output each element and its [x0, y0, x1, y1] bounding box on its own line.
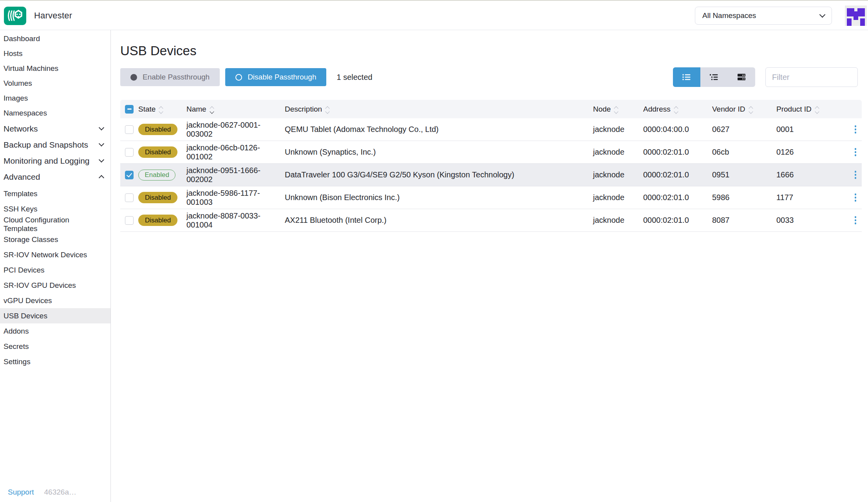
sidebar-item-settings[interactable]: Settings — [0, 354, 110, 369]
vendor-id-cell: 5986 — [712, 193, 776, 202]
table-row[interactable]: Disabled jacknode-5986-1177-001003 Unkno… — [120, 186, 862, 209]
sidebar-group-networks[interactable]: Networks — [0, 121, 110, 137]
sidebar-item-vgpu-devices[interactable]: vGPU Devices — [0, 293, 110, 308]
column-header-address[interactable]: Address — [643, 105, 712, 114]
sidebar-group-label: Networks — [4, 124, 38, 134]
sidebar-item-label: Secrets — [4, 342, 29, 351]
node-cell: jacknode — [593, 125, 643, 134]
row-checkbox[interactable] — [125, 216, 134, 225]
table-header: StateNameDescriptionNodeAddressVendor ID… — [120, 100, 862, 118]
sidebar-item-label: Settings — [4, 358, 31, 366]
row-actions-menu-icon[interactable] — [855, 216, 857, 224]
sidebar-item-sr-iov-network-devices[interactable]: SR-IOV Network Devices — [0, 247, 110, 262]
sidebar-item-label: Volumes — [4, 79, 32, 88]
sidebar-item-label: Templates — [4, 190, 38, 198]
sidebar-item-virtual-machines[interactable]: Virtual Machines — [0, 61, 110, 76]
sidebar-group-label: Advanced — [4, 172, 40, 182]
sidebar-item-secrets[interactable]: Secrets — [0, 339, 110, 354]
sidebar-group-advanced[interactable]: Advanced — [0, 169, 110, 185]
column-label: Product ID — [776, 105, 812, 114]
column-label: Name — [186, 105, 206, 114]
main-content: USB Devices Enable Passthrough Disable P… — [111, 30, 868, 502]
disable-passthrough-button[interactable]: Disable Passthrough — [225, 68, 326, 86]
sidebar-item-namespaces[interactable]: Namespaces — [0, 106, 110, 121]
sidebar-item-addons[interactable]: Addons — [0, 323, 110, 339]
product-id-cell: 0126 — [776, 148, 848, 157]
disable-passthrough-label: Disable Passthrough — [248, 73, 316, 81]
sidebar-item-label: SR-IOV Network Devices — [4, 251, 87, 259]
table-row[interactable]: Disabled jacknode-06cb-0126-001002 Unkno… — [120, 141, 862, 164]
state-cell: Disabled — [138, 215, 186, 226]
column-label: State — [138, 105, 156, 114]
namespace-selector[interactable]: All Namespaces — [695, 7, 832, 25]
row-checkbox[interactable] — [125, 148, 134, 157]
sidebar-nav: DashboardHostsVirtual MachinesVolumesIma… — [0, 30, 110, 369]
product-id-cell: 1177 — [776, 193, 848, 202]
sidebar-item-label: Images — [4, 94, 28, 103]
column-header-name[interactable]: Name — [186, 105, 285, 114]
description-cell: Unknown (Synaptics, Inc.) — [285, 148, 593, 157]
table-body: Disabled jacknode-0627-0001-003002 QEMU … — [120, 118, 862, 232]
sidebar-item-label: Virtual Machines — [4, 64, 58, 73]
table-row[interactable]: Enabled jacknode-0951-1666-002002 DataTr… — [120, 164, 862, 186]
state-cell: Disabled — [138, 124, 186, 135]
sidebar-item-images[interactable]: Images — [0, 91, 110, 106]
cards-view-button[interactable] — [728, 67, 755, 87]
sidebar-item-ssh-keys[interactable]: SSH Keys — [0, 201, 110, 217]
sidebar-item-sr-iov-gpu-devices[interactable]: SR-IOV GPU Devices — [0, 278, 110, 293]
harvester-logo-icon[interactable] — [4, 7, 26, 25]
filter-input[interactable] — [765, 67, 858, 87]
selected-count: 1 selected — [336, 73, 372, 82]
sidebar-item-label: USB Devices — [4, 312, 47, 320]
table-row[interactable]: Disabled jacknode-0627-0001-003002 QEMU … — [120, 118, 862, 141]
sidebar-group-backup-and-snapshots[interactable]: Backup and Snapshots — [0, 137, 110, 153]
enable-passthrough-button[interactable]: Enable Passthrough — [120, 68, 220, 86]
node-cell: jacknode — [593, 216, 643, 225]
sidebar-item-pci-devices[interactable]: PCI Devices — [0, 262, 110, 278]
table-row[interactable]: Disabled jacknode-8087-0033-001004 AX211… — [120, 209, 862, 232]
page-title: USB Devices — [120, 43, 868, 58]
row-checkbox[interactable] — [125, 125, 134, 134]
sidebar-item-usb-devices[interactable]: USB Devices — [0, 308, 110, 323]
list-view-button[interactable] — [673, 67, 700, 87]
toolbar: Enable Passthrough Disable Passthrough 1… — [120, 67, 859, 87]
row-actions-menu-icon[interactable] — [855, 148, 857, 156]
column-header-state[interactable]: State — [138, 105, 186, 114]
column-header-description[interactable]: Description — [285, 105, 593, 114]
sidebar-item-storage-classes[interactable]: Storage Classes — [0, 232, 110, 247]
support-link[interactable]: Support — [8, 488, 34, 497]
sort-carets-icon — [159, 105, 163, 113]
sidebar-item-volumes[interactable]: Volumes — [0, 76, 110, 91]
grouped-view-button[interactable] — [700, 67, 728, 87]
sidebar-item-label: Hosts — [4, 49, 23, 58]
sidebar-group-label: Monitoring and Logging — [4, 156, 90, 166]
row-checkbox[interactable] — [125, 193, 134, 202]
namespace-selector-value: All Namespaces — [702, 11, 756, 20]
sidebar-item-templates[interactable]: Templates — [0, 186, 110, 201]
row-actions-menu-icon[interactable] — [855, 193, 857, 202]
chevron-down-icon — [99, 157, 104, 163]
state-cell: Enabled — [138, 170, 186, 181]
column-label: Vendor ID — [712, 105, 745, 114]
address-cell: 0000:02:01.0 — [643, 170, 712, 179]
sidebar-item-label: Dashboard — [4, 34, 40, 43]
name-cell: jacknode-06cb-0126-001002 — [186, 143, 285, 161]
product-id-cell: 1666 — [776, 170, 848, 179]
sidebar-item-dashboard[interactable]: Dashboard — [0, 31, 110, 46]
select-all-checkbox[interactable] — [125, 105, 134, 114]
name-cell: jacknode-5986-1177-001003 — [186, 189, 285, 207]
sidebar-item-cloud-configuration-templates[interactable]: Cloud Configuration Templates — [0, 217, 110, 232]
row-checkbox[interactable] — [125, 171, 134, 179]
column-header-node[interactable]: Node — [593, 105, 643, 114]
row-actions-menu-icon[interactable] — [855, 125, 857, 134]
user-avatar[interactable] — [845, 5, 867, 26]
column-header-vendor-id[interactable]: Vendor ID — [712, 105, 776, 114]
node-cell: jacknode — [593, 148, 643, 157]
row-actions-menu-icon[interactable] — [855, 171, 857, 179]
sidebar-group-monitoring-and-logging[interactable]: Monitoring and Logging — [0, 153, 110, 169]
sidebar-item-label: PCI Devices — [4, 266, 45, 274]
view-toggle — [673, 67, 755, 87]
address-cell: 0000:04:00.0 — [643, 125, 712, 134]
column-header-product-id[interactable]: Product ID — [776, 105, 848, 114]
sidebar-item-hosts[interactable]: Hosts — [0, 46, 110, 61]
